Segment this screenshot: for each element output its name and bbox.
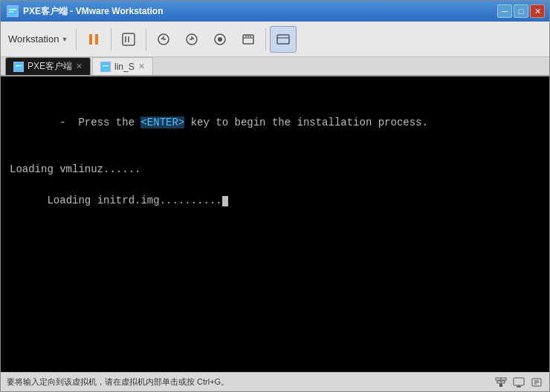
svg-rect-1 [9,9,16,10]
svg-point-14 [245,36,247,37]
separator-4 [265,28,266,50]
status-text: 要将输入定向到该虚拟机，请在虚拟机内部单击或按 Ctrl+G。 [7,376,494,388]
separator-3 [146,28,146,50]
tab-lins-close[interactable]: ✕ [138,62,145,71]
tab-bar: PXE客户端 ✕ lin_S ✕ [1,57,549,76]
terminal-line-blank2 [10,146,540,162]
terminal-cursor [222,196,228,206]
status-bar: 要将输入定向到该虚拟机，请在虚拟机内部单击或按 Ctrl+G。 [1,372,549,391]
tab-pxe-label: PXE客户端 [28,60,72,73]
main-window: PXE客户端 - VMware Workstation ─ □ ✕ Workst… [0,0,550,392]
svg-rect-4 [95,34,98,45]
svg-rect-17 [277,35,289,44]
pause-button[interactable] [80,26,107,53]
title-bar: PXE客户端 - VMware Workstation ─ □ ✕ [1,1,549,22]
toolbar: Workstation ▼ [1,22,549,57]
terminal-suffix: key to begin the installation process. [184,117,428,128]
svg-rect-21 [102,63,109,71]
full-screen-button[interactable] [270,26,297,53]
separator-2 [111,28,111,50]
status-icons [494,376,543,389]
workstation-menu[interactable]: Workstation ▼ [4,25,72,53]
terminal-line-vmlinuz: Loading vmlinuz...... [10,162,540,177]
window-icon [7,5,19,17]
svg-rect-22 [103,65,109,66]
title-controls: ─ □ ✕ [497,4,545,18]
status-power-icon[interactable] [530,376,543,389]
terminal-area[interactable]: - Press the <ENTER> key to begin the ins… [1,76,549,372]
separator-1 [76,28,77,50]
terminal-initrd-text: Loading initrd.img.......... [47,195,221,206]
workstation-dropdown-arrow: ▼ [61,36,68,43]
svg-rect-23 [499,384,502,387]
minimize-button[interactable]: ─ [497,4,512,18]
svg-rect-28 [514,378,524,385]
snapshot-back-button[interactable] [150,26,177,53]
terminal-line-enter: - Press the <ENTER> key to begin the ins… [10,99,540,146]
workstation-label: Workstation [8,33,59,45]
tab-lins[interactable]: lin_S ✕ [92,57,153,75]
terminal-prefix: - Press the [47,117,140,128]
tab-pxe-close[interactable]: ✕ [76,62,82,71]
tab-pxe[interactable]: PXE客户端 ✕ [5,57,91,75]
svg-rect-2 [9,11,13,13]
svg-point-15 [248,36,249,37]
svg-point-16 [250,36,251,37]
maximize-button[interactable]: □ [514,4,528,18]
snapshot-forward-button[interactable] [178,26,205,53]
svg-rect-3 [89,34,92,45]
status-network-icon[interactable] [494,376,508,389]
tab-lins-icon [100,62,111,72]
svg-point-11 [218,37,222,42]
terminal-line-blank1 [10,84,540,99]
title-bar-left: PXE客户端 - VMware Workstation [7,5,163,18]
terminal-enter-highlight: <ENTER> [140,117,184,128]
terminal-line-initrd: Loading initrd.img.......... [10,177,540,224]
tab-lins-label: lin_S [114,62,135,72]
status-vm-icon[interactable] [512,376,525,389]
vm-settings-button[interactable] [115,26,142,53]
snapshot-manage-button[interactable] [235,26,262,53]
tab-pxe-icon [13,62,24,72]
snapshot-take-button[interactable] [207,26,233,53]
svg-rect-20 [16,65,22,66]
window-title: PXE客户端 - VMware Workstation [23,5,163,18]
svg-rect-19 [15,63,22,71]
close-button[interactable]: ✕ [530,4,545,18]
